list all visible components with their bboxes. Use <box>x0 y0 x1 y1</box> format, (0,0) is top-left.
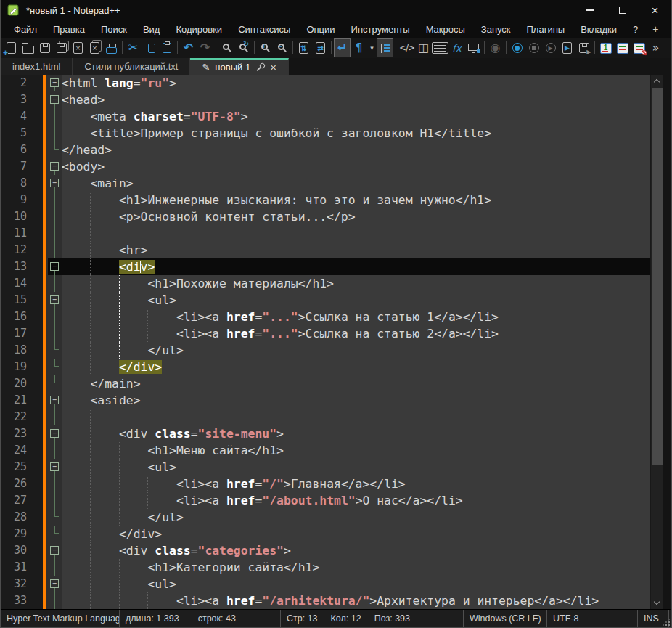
code-text[interactable]: <body> <box>62 158 650 175</box>
code-text[interactable]: <ul> <box>62 459 650 476</box>
line-number[interactable]: 4 <box>1 108 42 125</box>
new-tab-button[interactable]: + <box>646 23 665 35</box>
maximize-button[interactable] <box>606 0 639 20</box>
fold-margin[interactable] <box>48 559 62 576</box>
line-number[interactable]: 21 <box>1 392 42 409</box>
paste-button[interactable] <box>158 38 175 57</box>
snapshot-button[interactable]: ◉ <box>487 38 504 57</box>
line-number[interactable]: 7 <box>1 158 42 175</box>
open-file-button[interactable] <box>20 38 36 57</box>
fold-margin[interactable] <box>48 275 62 292</box>
fold-margin[interactable] <box>48 125 62 142</box>
line-number[interactable]: 16 <box>1 309 42 325</box>
tab-1[interactable]: index1.html <box>1 58 73 75</box>
fold-collapse-icon[interactable]: − <box>50 546 59 555</box>
line-number[interactable]: 24 <box>1 442 42 459</box>
code-text[interactable]: <html lang="ru"> <box>62 75 650 91</box>
fold-collapse-icon[interactable]: − <box>50 429 59 438</box>
macro-save-button[interactable]: ▶ <box>575 38 592 57</box>
fold-collapse-icon[interactable]: − <box>50 462 59 471</box>
fold-margin[interactable] <box>48 592 62 609</box>
code-line[interactable]: 12 <hr> <box>1 242 650 258</box>
line-number[interactable]: 3 <box>1 91 42 108</box>
fold-collapse-icon[interactable]: − <box>50 579 59 588</box>
fold-margin[interactable]: − <box>48 175 62 192</box>
fold-margin[interactable]: − <box>48 258 62 275</box>
fold-margin[interactable] <box>48 409 62 425</box>
fold-collapse-icon[interactable]: − <box>50 179 59 187</box>
code-text[interactable]: <p>Основной контент статьи...</p> <box>62 208 650 225</box>
code-text[interactable]: <li><a href="...">Ссылка на статью 2</a>… <box>62 325 650 342</box>
zoom-out-button[interactable]: − <box>274 38 290 57</box>
code-line[interactable]: 9 <h1>Инженерные изыскания: что это и за… <box>1 192 650 208</box>
fold-collapse-icon[interactable]: − <box>50 396 59 404</box>
fold-margin[interactable]: − <box>48 292 62 309</box>
code-text[interactable]: </div> <box>62 526 650 542</box>
document-list-button[interactable] <box>432 38 448 57</box>
fold-margin[interactable]: − <box>48 576 62 592</box>
find-button[interactable] <box>218 38 235 57</box>
toolbar-overflow-button[interactable]: » <box>647 38 664 57</box>
code-text[interactable]: <aside> <box>62 392 650 409</box>
fold-margin[interactable] <box>48 476 62 492</box>
code-line[interactable]: 32− <ul> <box>1 576 650 592</box>
code-line[interactable]: 10 <p>Основной контент статьи...</p> <box>1 208 650 225</box>
code-line[interactable]: 14 <h1>Похожие материалы</h1> <box>1 275 650 292</box>
fold-margin[interactable] <box>48 142 62 158</box>
menu-item-файл[interactable]: Файл <box>6 22 45 37</box>
code-line[interactable]: 11 <box>1 225 650 242</box>
scrollbar-thumb[interactable] <box>652 88 663 465</box>
fold-margin[interactable]: − <box>48 542 62 559</box>
plugin-compare-clear-button[interactable] <box>631 38 647 57</box>
line-number[interactable]: 15 <box>1 292 42 309</box>
macro-run-multiple-button[interactable]: ▶ <box>559 38 575 57</box>
line-number[interactable]: 22 <box>1 409 42 425</box>
code-text[interactable]: <li><a href="...">Ссылка на статью 1</a>… <box>62 309 650 325</box>
menu-item-вкладки[interactable]: Вкладки <box>573 22 625 37</box>
code-text[interactable]: <li><a href="/about.html">О нас</a></li> <box>62 492 650 509</box>
line-number[interactable]: 27 <box>1 492 42 509</box>
code-text[interactable]: <li><a href="/arhitektura/">Архитектура … <box>62 592 650 609</box>
code-line[interactable]: 17 <li><a href="...">Ссылка на статью 2<… <box>1 325 650 342</box>
status-encoding[interactable]: UTF-8 <box>546 610 637 627</box>
fold-margin[interactable] <box>48 526 62 542</box>
line-number[interactable]: 18 <box>1 342 42 359</box>
fold-collapse-icon[interactable]: − <box>50 162 59 171</box>
menu-item-правка[interactable]: Правка <box>45 22 93 37</box>
line-number[interactable]: 20 <box>1 375 42 392</box>
line-number[interactable]: 19 <box>1 359 42 375</box>
status-eol-format[interactable]: Windows (CR LF) <box>463 610 546 627</box>
fold-margin[interactable]: − <box>48 392 62 409</box>
code-lines-pane[interactable]: 2−<html lang="ru">3−<head>4 <meta charse… <box>1 75 650 609</box>
code-text[interactable]: </head> <box>62 142 650 158</box>
scroll-up-arrow[interactable] <box>651 75 663 87</box>
line-number[interactable]: 10 <box>1 208 42 225</box>
fold-margin[interactable] <box>48 359 62 375</box>
code-text[interactable]: <div class="categories"> <box>62 542 650 559</box>
fold-margin[interactable] <box>48 509 62 526</box>
line-number[interactable]: 13 <box>1 258 42 275</box>
fold-margin[interactable]: − <box>48 425 62 442</box>
code-line[interactable]: 28 </ul> <box>1 509 650 526</box>
code-text[interactable]: <ul> <box>62 576 650 592</box>
line-number[interactable]: 33 <box>1 592 42 609</box>
redo-button[interactable]: ↷ <box>197 38 213 57</box>
code-line[interactable]: 24 <h1>Меню сайта</h1> <box>1 442 650 459</box>
resize-grip[interactable] <box>668 610 671 627</box>
monitoring-button[interactable] <box>465 38 482 57</box>
macro-play-button[interactable]: ▶ <box>542 38 559 57</box>
code-line[interactable]: 22 <box>1 409 650 425</box>
code-text[interactable]: <ul> <box>62 292 650 309</box>
line-number[interactable]: 30 <box>1 542 42 559</box>
line-number[interactable]: 6 <box>1 142 42 158</box>
save-all-button[interactable] <box>53 38 70 57</box>
indent-guide-button[interactable] <box>377 38 393 57</box>
code-text[interactable]: <head> <box>62 91 650 108</box>
undo-button[interactable]: ↶ <box>180 38 197 57</box>
code-text[interactable]: <meta charset="UTF-8"> <box>62 108 650 125</box>
save-button[interactable] <box>36 38 53 57</box>
code-line[interactable]: 8− <main> <box>1 175 650 192</box>
line-number[interactable]: 28 <box>1 509 42 526</box>
code-line[interactable]: 33 <li><a href="/arhitektura/">Архитекту… <box>1 592 650 609</box>
menu-item-?[interactable]: ? <box>625 22 646 37</box>
